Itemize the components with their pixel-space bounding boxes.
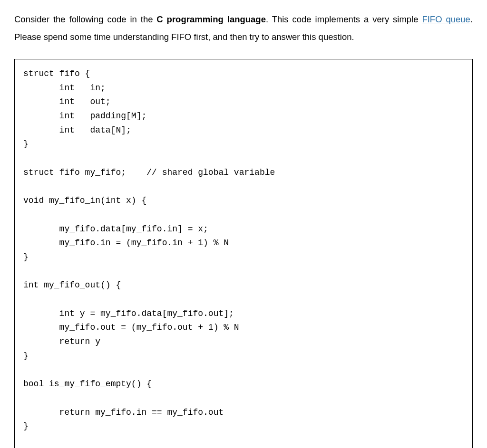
intro-text-1: Consider the following code in the bbox=[14, 14, 156, 24]
question-intro: Consider the following code in the C pro… bbox=[14, 10, 473, 46]
fifo-queue-link[interactable]: FIFO queue bbox=[422, 14, 470, 24]
intro-bold: C programming language bbox=[156, 14, 266, 24]
intro-text-2: . This code implements a very simple bbox=[266, 14, 422, 24]
code-block: struct fifo { int in; int out; int paddi… bbox=[14, 59, 473, 448]
